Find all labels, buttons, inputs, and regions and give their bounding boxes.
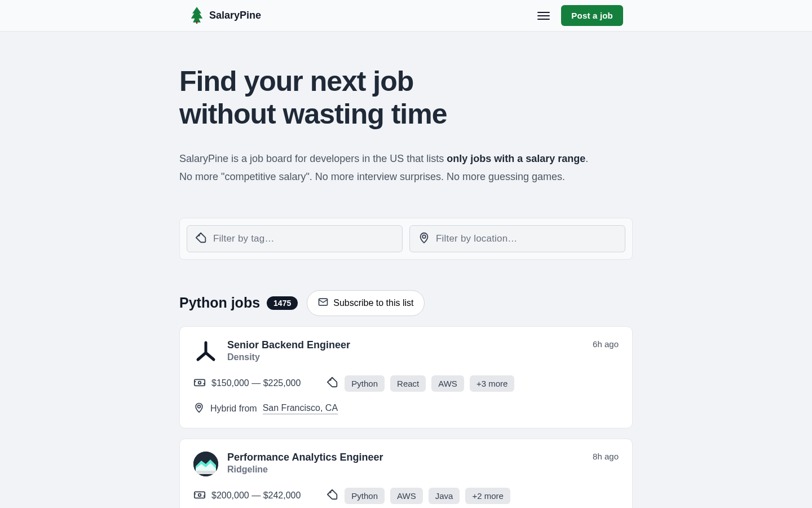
hero-title: Find your next job without wasting time <box>179 65 633 130</box>
hero-description: SalaryPine is a job board for developers… <box>179 150 633 186</box>
tag-icon <box>326 376 339 391</box>
tags: Python AWS Java +2 more <box>326 488 510 504</box>
job-card[interactable]: Performance Analytics Engineer Ridgeline… <box>179 439 633 508</box>
tag-more[interactable]: +3 more <box>470 375 514 392</box>
job-count-badge: 1475 <box>267 296 298 310</box>
svg-point-10 <box>198 494 201 497</box>
subscribe-button[interactable]: Subscribe to this list <box>307 290 424 316</box>
location-icon <box>193 402 205 415</box>
svg-point-6 <box>330 379 331 380</box>
svg-rect-0 <box>196 21 197 24</box>
brand-tree-icon <box>189 6 205 26</box>
subscribe-label: Subscribe to this list <box>333 298 413 308</box>
svg-point-2 <box>422 235 426 238</box>
company-logo <box>193 339 218 364</box>
cash-icon <box>193 376 206 391</box>
list-header: Python jobs 1475 Subscribe to this list <box>179 290 633 316</box>
menu-icon[interactable] <box>537 12 550 20</box>
salary: $200,000 — $242,000 <box>193 488 301 503</box>
tag-chip[interactable]: Python <box>345 488 385 504</box>
company-logo <box>193 452 218 476</box>
tag-chip[interactable]: AWS <box>431 375 464 392</box>
filter-location-input[interactable] <box>436 233 617 244</box>
job-title: Performance Analytics Engineer <box>227 452 584 463</box>
tag-chip[interactable]: React <box>390 375 426 392</box>
filter-tag-wrap[interactable] <box>187 225 403 252</box>
location-link[interactable]: San Francisco, CA <box>263 403 338 414</box>
cash-icon <box>193 488 206 503</box>
salary: $150,000 — $225,000 <box>193 376 301 391</box>
header: SalaryPine Post a job <box>0 0 812 32</box>
posted-time: 8h ago <box>593 452 619 461</box>
svg-point-7 <box>198 405 201 408</box>
tag-more[interactable]: +2 more <box>465 488 510 504</box>
tag-chip[interactable]: AWS <box>390 488 423 504</box>
tag-icon <box>195 231 208 246</box>
post-job-button[interactable]: Post a job <box>561 5 623 26</box>
company-name: Ridgeline <box>227 465 584 475</box>
svg-rect-4 <box>195 380 205 386</box>
svg-point-1 <box>198 235 200 236</box>
company-name: Density <box>227 352 584 362</box>
mail-icon <box>317 296 329 310</box>
location-row: Hybrid from San Francisco, CA <box>193 402 619 415</box>
svg-point-11 <box>330 492 331 493</box>
filter-location-wrap[interactable] <box>409 225 625 252</box>
job-card[interactable]: Senior Backend Engineer Density 6h ago $… <box>179 326 633 428</box>
filter-panel <box>179 218 633 260</box>
tag-chip[interactable]: Java <box>429 488 460 504</box>
svg-point-5 <box>198 382 201 384</box>
filter-tag-input[interactable] <box>213 233 394 244</box>
tag-chip[interactable]: Python <box>345 375 385 392</box>
location-icon <box>418 231 430 246</box>
tag-icon <box>326 488 339 503</box>
brand[interactable]: SalaryPine <box>189 6 261 26</box>
brand-name: SalaryPine <box>209 10 261 21</box>
svg-rect-9 <box>195 492 205 498</box>
posted-time: 6h ago <box>593 339 619 349</box>
tags: Python React AWS +3 more <box>326 375 514 392</box>
job-title: Senior Backend Engineer <box>227 339 584 351</box>
list-title: Python jobs <box>179 295 260 311</box>
